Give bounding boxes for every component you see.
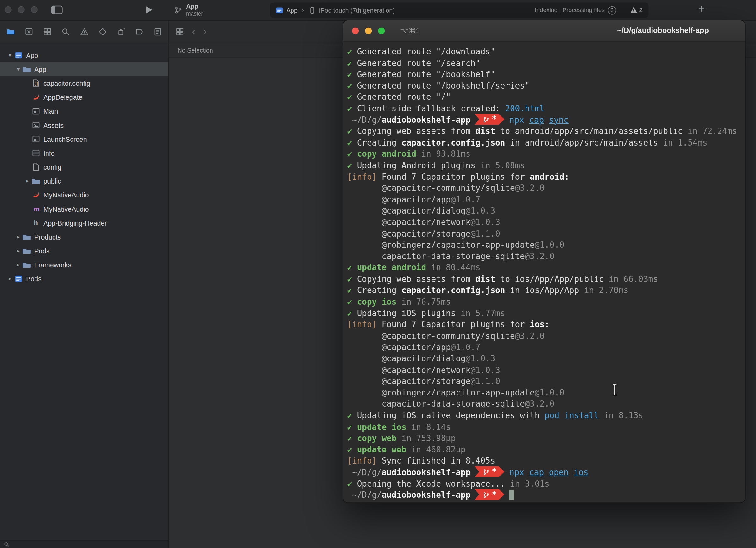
terminal-text: copy web: [357, 433, 401, 443]
terminal-text: npx: [509, 115, 529, 124]
minimize-button[interactable]: [18, 6, 24, 13]
terminal-text: Generated route "/search": [357, 58, 481, 68]
terminal-text: ✔: [347, 444, 357, 454]
prompt-gap: [504, 467, 509, 477]
navigator-tab-find[interactable]: [61, 27, 70, 36]
sidebar-item-frameworks[interactable]: ▸Frameworks: [0, 258, 168, 272]
sidebar-item-app[interactable]: ▾App: [0, 48, 168, 62]
terminal-text: in 5.08ms: [480, 161, 525, 170]
terminal-text: in 66.03ms: [609, 274, 658, 283]
close-button[interactable]: [5, 6, 11, 13]
terminal-output-line: @capacitor/storage@1.1.0: [347, 228, 741, 240]
sidebar-item-config[interactable]: config: [0, 160, 168, 174]
terminal-body[interactable]: ✔ Generated route "/downloads"✔ Generate…: [343, 42, 745, 503]
tree-item-label: Info: [43, 149, 55, 157]
terminal-title: ~/D/g/audiobookshelf-app: [617, 26, 709, 35]
navigator-tab-project[interactable]: [6, 27, 15, 36]
disclosure-closed-icon[interactable]: ▸: [23, 178, 32, 184]
header-h-icon: h: [32, 219, 40, 227]
scheme-status[interactable]: App master: [174, 2, 203, 18]
scheme-branch: master: [186, 10, 203, 17]
git-branch-segment: *: [474, 466, 504, 477]
terminal-text: Generated route "/downloads": [357, 47, 495, 56]
tree-item-label: capacitor.config: [43, 79, 90, 87]
sidebar-item-pods[interactable]: ▸Pods: [0, 244, 168, 258]
sidebar-item-info[interactable]: Info: [0, 146, 168, 160]
tree-item-label: App: [34, 65, 46, 73]
navigator-tab-debug[interactable]: [116, 27, 126, 36]
zoom-button[interactable]: [378, 28, 385, 34]
navigator-tab-symbols[interactable]: [42, 27, 52, 36]
terminal-text: capacitor-data-storage-sqlite: [347, 252, 525, 261]
activity-view: App › iPod touch (7th generation) Indexi…: [270, 3, 649, 18]
disclosure-closed-icon[interactable]: ▸: [14, 234, 22, 240]
terminal-text: in ios/App/App: [505, 285, 584, 295]
terminal-text: dist: [476, 126, 495, 136]
info-plist-icon: [32, 149, 40, 157]
sidebar-filter-bar[interactable]: [0, 540, 168, 548]
disclosure-closed-icon[interactable]: ▸: [14, 262, 22, 268]
terminal-text: update ios: [357, 422, 411, 431]
navigator-tab-breakpoints[interactable]: [135, 27, 144, 36]
sidebar-item-app[interactable]: ▾App: [0, 62, 168, 76]
toggle-sidebar-button[interactable]: [51, 5, 63, 15]
terminal-output-line: @capacitor/app@1.0.7: [347, 194, 741, 205]
sidebar-item-capacitor-config[interactable]: {}capacitor.config: [0, 76, 168, 90]
terminal-text: Creating: [357, 138, 401, 147]
terminal-output-line: ✔ Generated route "/downloads": [347, 46, 741, 58]
back-button[interactable]: ‹: [192, 26, 195, 36]
navigator-tab-source-control[interactable]: [24, 27, 34, 36]
minimize-button[interactable]: [365, 28, 372, 34]
warning-indicator[interactable]: 2: [630, 7, 643, 13]
sidebar-item-assets[interactable]: Assets: [0, 118, 168, 132]
terminal-text: @1.0.3: [470, 217, 500, 227]
sidebar-item-pods[interactable]: ▸Pods: [0, 272, 168, 286]
sidebar-item-public[interactable]: ▸public: [0, 174, 168, 188]
run-button[interactable]: [145, 5, 153, 15]
activity-badge[interactable]: 2: [608, 6, 616, 14]
disclosure-open-icon[interactable]: ▾: [14, 66, 22, 72]
terminal-output-line: ✔ update ios in 8.14s: [347, 421, 741, 433]
run-destination-project[interactable]: App: [287, 7, 298, 14]
terminal-cursor: [509, 490, 514, 500]
sidebar-item-main[interactable]: Main: [0, 104, 168, 118]
storyboard-icon: [32, 107, 40, 115]
sidebar-item-launchscreen[interactable]: LaunchScreen: [0, 132, 168, 146]
zoom-button[interactable]: [31, 6, 37, 13]
forward-button[interactable]: ›: [203, 26, 207, 36]
folder-icon: [23, 233, 31, 241]
doc-icon: [32, 163, 40, 171]
terminal-output-line: ✔ Copying web assets from dist to androi…: [347, 126, 741, 137]
disclosure-closed-icon[interactable]: ▸: [6, 275, 14, 282]
sidebar-item-app-bridging-header[interactable]: hApp-Bridging-Header: [0, 216, 168, 230]
tree-item-label: MyNativeAudio: [43, 205, 89, 213]
project-icon: [15, 274, 23, 283]
git-branch-segment: *: [474, 114, 504, 125]
terminal-text: in 753.98μp: [401, 433, 456, 443]
related-items-icon[interactable]: [175, 28, 184, 36]
disclosure-closed-icon[interactable]: ▸: [14, 248, 22, 254]
sidebar-item-mynativeaudio[interactable]: MyNativeAudio: [0, 188, 168, 202]
terminal-text: ✔: [347, 92, 357, 102]
navigator-tab-reports[interactable]: [153, 27, 162, 36]
terminal-text: @capacitor/app: [347, 342, 451, 352]
terminal-prompt-line: ~/D/g/audiobookshelf-app* npx cap sync: [347, 115, 741, 126]
terminal-text: @capacitor/storage: [347, 376, 471, 386]
terminal-text: ✔: [347, 263, 357, 272]
navigator-tab-tests[interactable]: [98, 27, 107, 36]
close-button[interactable]: [352, 28, 359, 34]
terminal-text: @1.1.0: [470, 229, 500, 238]
sidebar-item-mynativeaudio[interactable]: mMyNativeAudio: [0, 202, 168, 216]
tree-item-label: App: [26, 51, 38, 59]
sidebar-item-appdelegate[interactable]: AppDelegate: [0, 90, 168, 104]
disclosure-open-icon[interactable]: ▾: [6, 52, 14, 58]
git-dirty-marker: *: [492, 114, 497, 124]
terminal-titlebar[interactable]: ⌥⌘1 ~/D/g/audiobookshelf-app: [343, 20, 745, 42]
terminal-text: copy android: [357, 149, 421, 159]
add-tab-button[interactable]: +: [698, 2, 705, 16]
terminal-text: ios:: [530, 319, 549, 329]
run-destination-device[interactable]: iPod touch (7th generation): [319, 7, 395, 14]
sidebar-item-products[interactable]: ▸Products: [0, 230, 168, 244]
debug-icon: [117, 28, 125, 36]
navigator-tab-issues[interactable]: [79, 27, 89, 36]
